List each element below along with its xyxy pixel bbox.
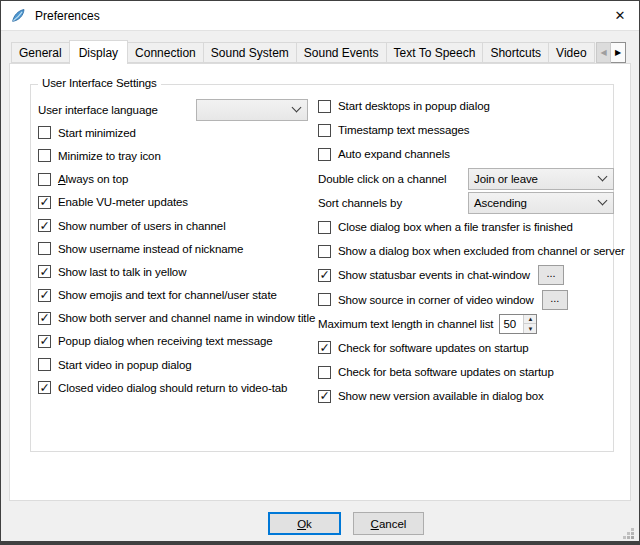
checkbox-always-on-top[interactable]: Always on top — [38, 168, 316, 191]
checkbox-label: Show a dialog box when excluded from cha… — [338, 245, 625, 257]
checkbox-icon — [318, 390, 331, 403]
preferences-dialog: Preferences ✕ General Display Connection… — [0, 0, 640, 545]
checkbox-label: Show number of users in channel — [58, 220, 226, 232]
user-interface-settings-group: User Interface Settings User interface l… — [30, 84, 614, 452]
spinbox-buttons: ▲ ▼ — [523, 315, 536, 333]
double-click-label: Double click on a channel — [318, 173, 468, 185]
checkbox-label: Show new version available in dialog box — [338, 390, 544, 402]
checkbox-icon — [318, 366, 331, 379]
display-tab-page: User Interface Settings User interface l… — [9, 63, 631, 501]
checkbox-video-popup-dialog[interactable]: Start video in popup dialog — [38, 353, 316, 376]
checkbox-auto-expand-channels[interactable]: Auto expand channels — [318, 142, 613, 166]
sort-channels-label: Sort channels by — [318, 197, 468, 209]
tab-video[interactable]: Video — [548, 42, 594, 63]
tab-sound-system[interactable]: Sound System — [203, 42, 297, 63]
checkbox-label: Show last to talk in yellow — [58, 266, 186, 278]
tab-general[interactable]: General — [11, 42, 70, 63]
tab-display[interactable]: Display — [69, 40, 128, 64]
sort-channels-row: Sort channels by Ascending — [318, 191, 613, 215]
checkbox-label: Enable VU-meter updates — [58, 196, 188, 208]
checkbox-closed-video-return[interactable]: Closed video dialog should return to vid… — [38, 376, 316, 399]
resize-grip[interactable] — [622, 527, 634, 539]
app-icon — [10, 7, 27, 24]
spinbox-value[interactable]: 50 — [500, 315, 523, 333]
group-title: User Interface Settings — [38, 77, 161, 89]
tab-shortcuts[interactable]: Shortcuts — [482, 42, 549, 63]
checkbox-icon — [38, 381, 51, 394]
max-text-length-spinbox[interactable]: 50 ▲ ▼ — [499, 314, 537, 334]
checkbox-label: Show emojis and text for channel/user st… — [58, 289, 277, 301]
combobox-value: Ascending — [474, 197, 527, 209]
spin-down-icon[interactable]: ▼ — [524, 324, 536, 333]
checkbox-icon[interactable] — [318, 269, 331, 282]
tab-connection[interactable]: Connection — [127, 42, 204, 63]
checkbox-label: Popup dialog when receiving text message — [58, 335, 273, 347]
chevron-down-icon — [292, 103, 302, 113]
tab-scroll-left-icon[interactable]: ◀ — [596, 42, 611, 63]
checkbox-close-on-transfer-finished[interactable]: Close dialog box when a file transfer is… — [318, 215, 613, 239]
checkbox-icon — [318, 100, 331, 113]
checkbox-icon — [318, 341, 331, 354]
checkbox-label: Check for beta software updates on start… — [338, 366, 554, 378]
double-click-combobox[interactable]: Join or leave — [468, 168, 614, 190]
checkbox-vu-meter-updates[interactable]: Enable VU-meter updates — [38, 191, 316, 214]
checkbox-desktops-popup[interactable]: Start desktops in popup dialog — [318, 94, 613, 118]
video-source-row: Show source in corner of video window ..… — [318, 288, 613, 312]
checkbox-new-version-dialog[interactable]: Show new version available in dialog box — [318, 384, 613, 408]
checkbox-label: Always on top — [58, 173, 128, 185]
max-text-length-label: Maximum text length in channel list — [318, 318, 493, 330]
checkbox-label: Check for software updates on startup — [338, 342, 529, 354]
checkbox-icon — [38, 335, 51, 348]
checkbox-last-to-talk-yellow[interactable]: Show last to talk in yellow — [38, 260, 316, 283]
checkbox-icon — [38, 312, 51, 325]
checkbox-timestamp-messages[interactable]: Timestamp text messages — [318, 118, 613, 142]
tab-bar: General Display Connection Sound System … — [11, 40, 638, 64]
statusbar-events-browse-button[interactable]: ... — [538, 265, 564, 285]
checkbox-label: Show username instead of nickname — [58, 243, 243, 255]
checkbox-excluded-dialog[interactable]: Show a dialog box when excluded from cha… — [318, 239, 613, 263]
spin-up-icon[interactable]: ▲ — [524, 315, 536, 325]
chevron-down-icon — [598, 172, 608, 182]
checkbox-check-updates[interactable]: Check for software updates on startup — [318, 336, 613, 360]
max-text-length-row: Maximum text length in channel list 50 ▲… — [318, 312, 613, 336]
checkbox-label: Close dialog box when a file transfer is… — [338, 221, 573, 233]
checkbox-check-beta-updates[interactable]: Check for beta software updates on start… — [318, 360, 613, 384]
checkbox-show-users-in-channel[interactable]: Show number of users in channel — [38, 214, 316, 237]
chevron-down-icon — [598, 196, 608, 206]
language-label: User interface language — [38, 104, 196, 116]
checkbox-icon — [318, 245, 331, 258]
ok-button[interactable]: Ok — [268, 512, 341, 535]
checkbox-icon — [318, 148, 331, 161]
checkbox-icon — [38, 149, 51, 162]
checkbox-label: Start desktops in popup dialog — [338, 100, 490, 112]
checkbox-label: Show both server and channel name in win… — [58, 312, 315, 324]
left-options-column: User interface language Start minimized … — [38, 98, 316, 399]
window-title: Preferences — [35, 9, 100, 23]
checkbox-icon — [38, 173, 51, 186]
tab-text-to-speech[interactable]: Text To Speech — [386, 42, 484, 63]
right-options-column: Start desktops in popup dialog Timestamp… — [318, 94, 613, 408]
checkbox-minimize-to-tray[interactable]: Minimize to tray icon — [38, 144, 316, 167]
checkbox-icon[interactable] — [318, 293, 331, 306]
checkbox-start-minimized[interactable]: Start minimized — [38, 121, 316, 144]
tab-scroll-right-icon[interactable]: ▶ — [611, 42, 626, 63]
checkbox-popup-text-message[interactable]: Popup dialog when receiving text message — [38, 330, 316, 353]
checkbox-label: Start video in popup dialog — [58, 359, 191, 371]
checkbox-label: Show statusbar events in chat-window — [338, 269, 530, 281]
video-source-browse-button[interactable]: ... — [542, 290, 568, 310]
checkbox-icon — [318, 221, 331, 234]
checkbox-username-instead-nickname[interactable]: Show username instead of nickname — [38, 237, 316, 260]
cancel-button[interactable]: Cancel — [353, 512, 424, 535]
checkbox-label: Show source in corner of video window — [338, 294, 534, 306]
checkbox-emojis-text-state[interactable]: Show emojis and text for channel/user st… — [38, 284, 316, 307]
language-combobox[interactable] — [196, 99, 308, 121]
title-bar: Preferences ✕ — [1, 1, 639, 31]
tab-sound-events[interactable]: Sound Events — [296, 42, 387, 63]
checkbox-server-channel-in-title[interactable]: Show both server and channel name in win… — [38, 307, 316, 330]
checkbox-icon — [38, 126, 51, 139]
sort-channels-combobox[interactable]: Ascending — [468, 192, 614, 214]
checkbox-label: Minimize to tray icon — [58, 150, 161, 162]
close-icon[interactable]: ✕ — [601, 1, 639, 30]
checkbox-icon — [38, 219, 51, 232]
checkbox-icon — [38, 196, 51, 209]
